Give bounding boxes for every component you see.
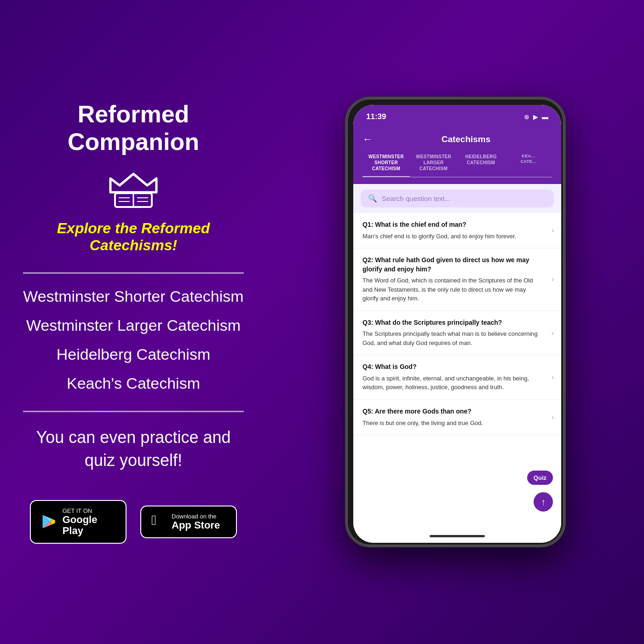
divider-bottom: [23, 411, 244, 412]
app-title: Reformed Companion: [23, 100, 244, 155]
header-nav: ← Catechisms: [362, 133, 552, 145]
qa-answer-2: The Scriptures principally teach what ma…: [362, 329, 552, 347]
chevron-icon-2: ›: [552, 329, 554, 337]
status-bar: 11:39 ⊗ ▶ ▬: [353, 105, 561, 129]
right-panel: 11:39 ⊗ ▶ ▬ ← Catechisms WESTMINST: [267, 0, 644, 644]
qa-answer-3: God is a spirit, infinite, eternal, and …: [362, 374, 552, 392]
qa-question-3: Q4: What is God?: [362, 362, 552, 372]
tabs-row: WESTMINSTERSHORTERCATECHISM WESTMINSTERL…: [362, 150, 552, 178]
chevron-icon-4: ›: [552, 413, 554, 421]
tab-heidelberg[interactable]: HEIDELBERGCATECHISM: [457, 150, 505, 178]
status-time: 11:39: [366, 112, 386, 121]
qa-question-4: Q5: Are there more Gods than one?: [362, 407, 552, 416]
battery-icon: ▬: [542, 113, 548, 121]
qa-question-1: Q2: What rule hath God given to direct u…: [362, 256, 552, 274]
qa-list: Q1: What is the chief end of man? Man's …: [353, 213, 561, 529]
qa-answer-0: Man's chief end is to glorify God, and t…: [362, 232, 552, 241]
apple-icon: : [151, 513, 165, 530]
phone-frame: 11:39 ⊗ ▶ ▬ ← Catechisms WESTMINST: [345, 97, 566, 547]
qa-answer-1: The Word of God, which is contained in t…: [362, 276, 552, 303]
tab-westminster-larger[interactable]: WESTMINSTERLARGERCATECHISM: [410, 150, 457, 178]
google-play-button[interactable]: GET IT ON Google Play: [30, 500, 126, 544]
practice-text: You can even practice and quiz yourself!: [36, 426, 231, 472]
signal-icon: ▶: [533, 113, 538, 121]
back-arrow-icon[interactable]: ←: [362, 133, 373, 145]
search-placeholder-text: Search question text...: [382, 195, 450, 202]
app-store-button[interactable]:  Download on the App Store: [140, 506, 237, 538]
phone-mockup: 11:39 ⊗ ▶ ▬ ← Catechisms WESTMINST: [345, 97, 566, 547]
catechism-item-0: Westminster Shorter Catechism: [23, 288, 243, 305]
search-container: 🔍 Search question text...: [353, 184, 561, 213]
qa-item-4[interactable]: Q5: Are there more Gods than one? There …: [353, 400, 561, 435]
qa-question-0: Q1: What is the chief end of man?: [362, 220, 552, 230]
search-box[interactable]: 🔍 Search question text...: [361, 190, 554, 207]
home-indicator: [353, 529, 561, 543]
wifi-icon: ⊗: [524, 113, 529, 121]
tab-keach[interactable]: KEA...CATE...: [505, 150, 552, 178]
qa-answer-4: There is but one only, the living and tr…: [362, 419, 552, 428]
catechism-item-2: Heidelberg Catechism: [57, 345, 211, 363]
status-icons: ⊗ ▶ ▬: [524, 113, 548, 121]
qa-item-2[interactable]: Q3: What do the Scriptures principally t…: [353, 311, 561, 356]
search-icon: 🔍: [368, 194, 377, 203]
scroll-up-float-button[interactable]: ↑: [534, 492, 553, 512]
header-title: Catechisms: [380, 134, 552, 144]
app-header: ← Catechisms WESTMINSTERSHORTERCATECHISM…: [353, 129, 561, 184]
home-bar: [430, 535, 485, 537]
crown-book-icon: [106, 169, 161, 211]
svg-marker-0: [110, 174, 156, 192]
chevron-icon-0: ›: [552, 226, 554, 235]
qa-question-2: Q3: What do the Scriptures principally t…: [362, 318, 552, 328]
chevron-icon-3: ›: [552, 373, 554, 381]
divider-top: [23, 272, 244, 274]
tab-westminster-shorter[interactable]: WESTMINSTERSHORTERCATECHISM: [362, 150, 410, 178]
google-play-text: GET IT ON Google Play: [63, 507, 115, 536]
quiz-float-button[interactable]: Quiz: [527, 471, 553, 485]
app-store-text: Download on the App Store: [172, 513, 220, 531]
tagline: Explore the Reformed Catechisms!: [23, 220, 244, 254]
left-panel: Reformed Companion Explore the Reformed …: [0, 0, 267, 644]
qa-item-1[interactable]: Q2: What rule hath God given to direct u…: [353, 248, 561, 311]
qa-item-0[interactable]: Q1: What is the chief end of man? Man's …: [353, 213, 561, 248]
catechism-item-3: Keach's Catechism: [67, 374, 200, 392]
catechism-list: Westminster Shorter Catechism Westminste…: [23, 288, 243, 392]
catechism-item-1: Westminster Larger Catechism: [26, 316, 241, 334]
chevron-icon-1: ›: [552, 275, 554, 283]
store-buttons: GET IT ON Google Play  Download on the …: [30, 500, 237, 544]
phone-screen: 11:39 ⊗ ▶ ▬ ← Catechisms WESTMINST: [353, 105, 561, 543]
qa-item-3[interactable]: Q4: What is God? God is a spirit, infini…: [353, 355, 561, 400]
google-play-icon: [41, 513, 56, 530]
